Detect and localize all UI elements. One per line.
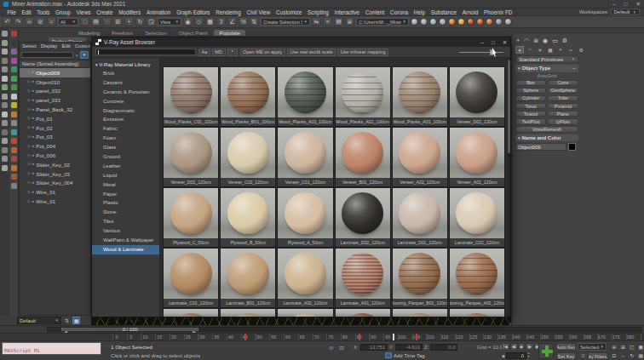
plugin-toolbar-icon[interactable] bbox=[2, 84, 8, 90]
material-thumbnail[interactable]: Laminate_D01_120cm bbox=[392, 187, 448, 248]
scene-object-row[interactable]: ◇●panel_033 bbox=[20, 95, 90, 105]
menu-create[interactable]: Create bbox=[94, 9, 116, 15]
use-pivot-center-icon[interactable]: ◉ bbox=[183, 17, 193, 26]
plugin-toolbar-icon[interactable] bbox=[2, 66, 8, 72]
render-button[interactable] bbox=[486, 18, 493, 26]
explorer-menu-edit[interactable]: Edit bbox=[61, 43, 70, 49]
tree-category[interactable]: Fabric bbox=[92, 124, 159, 134]
visibility-icon[interactable]: ◇ bbox=[27, 80, 31, 83]
tree-category[interactable]: Wood & Laminate bbox=[92, 245, 159, 254]
ribbon-tab-object-paint[interactable]: Object Paint bbox=[174, 30, 213, 36]
visibility-icon[interactable]: ◇ bbox=[27, 99, 31, 102]
bind-to-space-warp-icon[interactable]: ≈ bbox=[47, 17, 56, 26]
tree-category[interactable]: Carpaint bbox=[92, 78, 159, 88]
select-and-manipulate-icon[interactable]: ◇ bbox=[194, 17, 204, 26]
menu-views[interactable]: Views bbox=[73, 9, 94, 15]
autogrid-checkbox[interactable]: AutoGrid bbox=[512, 73, 582, 80]
primitive-button-plane[interactable]: Plane bbox=[548, 111, 578, 117]
tree-category[interactable]: Leather bbox=[92, 162, 159, 171]
material-thumbnail[interactable]: Veneer_B01_120cm bbox=[335, 127, 391, 187]
render-button[interactable] bbox=[457, 18, 465, 26]
menu-substance[interactable]: Substance bbox=[428, 9, 459, 15]
x-coordinate-field[interactable]: 13.751 bbox=[360, 344, 388, 351]
play-icon[interactable]: ▶ bbox=[519, 343, 526, 351]
material-thumbnail[interactable]: Laminate_D02_120cm bbox=[335, 187, 391, 248]
visibility-icon[interactable]: ◇ bbox=[27, 71, 31, 74]
maximize-viewport-icon[interactable]: ▦ bbox=[637, 351, 644, 359]
frame-spinner[interactable]: ▲▼ bbox=[527, 352, 530, 358]
create-tab-icon[interactable]: + bbox=[516, 37, 520, 43]
scene-object-row[interactable]: ◇●Pot_02 bbox=[20, 123, 90, 133]
named-selection-sets-dropdown[interactable]: Create Selection Set▼ bbox=[261, 18, 310, 26]
close-button[interactable]: ✕ bbox=[636, 1, 641, 8]
plugin-toolbar-icon[interactable] bbox=[11, 138, 17, 144]
render-button[interactable] bbox=[439, 18, 446, 26]
visibility-icon[interactable]: ◇ bbox=[27, 154, 31, 157]
material-thumbnail[interactable]: Laminate_C01_120cm bbox=[163, 248, 219, 308]
ribbon-tab-freeform[interactable]: Freeform bbox=[106, 30, 138, 36]
maxscript-mini-listener[interactable]: MAXScript Mi bbox=[2, 342, 101, 355]
menu-tools[interactable]: Tools bbox=[34, 9, 53, 15]
menu-group[interactable]: Group bbox=[53, 9, 74, 15]
plugin-toolbar-icon[interactable] bbox=[2, 31, 8, 37]
filter-icon[interactable]: ▼ bbox=[80, 51, 89, 59]
layer-explorer-icon[interactable]: ≣ bbox=[345, 17, 354, 26]
tree-category[interactable]: Metal bbox=[92, 180, 159, 190]
material-thumbnail[interactable]: Laminate_A01_120cm bbox=[335, 248, 391, 308]
scene-object-row[interactable]: ◇●Slider_Key_02 bbox=[20, 160, 90, 169]
material-thumbnail[interactable] bbox=[335, 308, 391, 317]
selection-filter-dropdown[interactable]: All▼ bbox=[58, 18, 78, 26]
plugin-toolbar-icon[interactable] bbox=[2, 147, 8, 153]
menu-rendering[interactable]: Rendering bbox=[213, 9, 244, 15]
plugin-toolbar-icon[interactable] bbox=[11, 120, 17, 126]
tree-category[interactable]: Ceramic & Porcelain bbox=[92, 88, 159, 97]
scene-object-row[interactable]: ◇●Panel_Back_32 bbox=[20, 105, 90, 114]
render-button[interactable] bbox=[420, 18, 428, 26]
zoom-extents-all-icon[interactable]: ▣ bbox=[637, 343, 644, 351]
plugin-toolbar-icon[interactable] bbox=[11, 84, 17, 90]
tree-root[interactable]: ▾ V-Ray Material Library bbox=[92, 61, 159, 67]
plugin-toolbar-icon[interactable] bbox=[11, 66, 17, 72]
rectangular-selection-icon[interactable]: ◌ bbox=[102, 17, 112, 26]
material-thumbnail[interactable]: Wood_Planks_A02_100cm bbox=[335, 66, 391, 127]
scene-object-row[interactable]: ◇●panel_032 bbox=[20, 87, 90, 96]
visibility-icon[interactable]: ◇ bbox=[27, 117, 31, 120]
orbit-icon[interactable]: ↻ bbox=[628, 351, 636, 359]
vray-close-button[interactable]: ✕ bbox=[503, 39, 507, 45]
explorer-preset-dropdown[interactable]: Default▼ bbox=[17, 317, 61, 324]
display-tab-icon[interactable]: ▭ bbox=[552, 37, 558, 44]
menu-civil-view[interactable]: Civil View bbox=[244, 9, 273, 15]
search-toggle-aa[interactable]: Aa bbox=[198, 49, 210, 56]
material-thumbnail[interactable]: Veneer_D01_120cm bbox=[163, 127, 219, 187]
zoom-icon[interactable]: ⊕ bbox=[610, 343, 618, 351]
tree-category[interactable]: Liquid bbox=[92, 171, 159, 180]
plugin-toolbar-icon[interactable] bbox=[2, 165, 8, 171]
space-warps-icon[interactable]: ≈ bbox=[566, 46, 575, 54]
percent-snap-icon[interactable]: % bbox=[239, 17, 248, 26]
material-thumbnail[interactable] bbox=[220, 308, 276, 317]
set-keys-icon[interactable]: ⚿ bbox=[579, 352, 587, 359]
plugin-toolbar-icon[interactable] bbox=[2, 120, 8, 126]
menu-file[interactable]: File bbox=[4, 9, 19, 15]
isolate-selection-icon[interactable]: ⊙ bbox=[327, 344, 336, 351]
primitive-button-tyflow[interactable]: tyFlow bbox=[548, 118, 578, 125]
undo-icon[interactable]: ↶ bbox=[3, 17, 12, 26]
render-button[interactable] bbox=[467, 18, 474, 26]
visibility-icon[interactable]: ◇ bbox=[27, 108, 31, 111]
material-thumbnail[interactable]: Wood_Planks_B01_100cm bbox=[220, 66, 276, 127]
angle-snap-icon[interactable]: ∠ bbox=[227, 17, 237, 26]
tree-category[interactable]: Brick bbox=[92, 69, 159, 78]
keyboard-override-icon[interactable]: ▦ bbox=[205, 17, 215, 26]
plugin-toolbar-icon[interactable] bbox=[2, 138, 8, 144]
plugin-toolbar-icon[interactable] bbox=[11, 76, 17, 82]
menu-interactive[interactable]: Interactive bbox=[331, 9, 362, 15]
selection-set-dropdown[interactable]: Selected▼ bbox=[578, 343, 607, 351]
menu-customize[interactable]: Customize bbox=[273, 9, 305, 15]
vray-maximize-button[interactable]: □ bbox=[492, 39, 495, 45]
swap-icon[interactable]: ⇅ bbox=[63, 317, 71, 324]
object-name-field[interactable]: Object009 bbox=[515, 143, 566, 151]
plugin-toolbar-icon[interactable] bbox=[2, 111, 8, 117]
menu-phoenix-fd[interactable]: Phoenix FD bbox=[481, 9, 515, 15]
select-by-name-icon[interactable]: ▤ bbox=[91, 17, 101, 26]
zoom-region-icon[interactable]: ⊡ bbox=[610, 351, 618, 359]
